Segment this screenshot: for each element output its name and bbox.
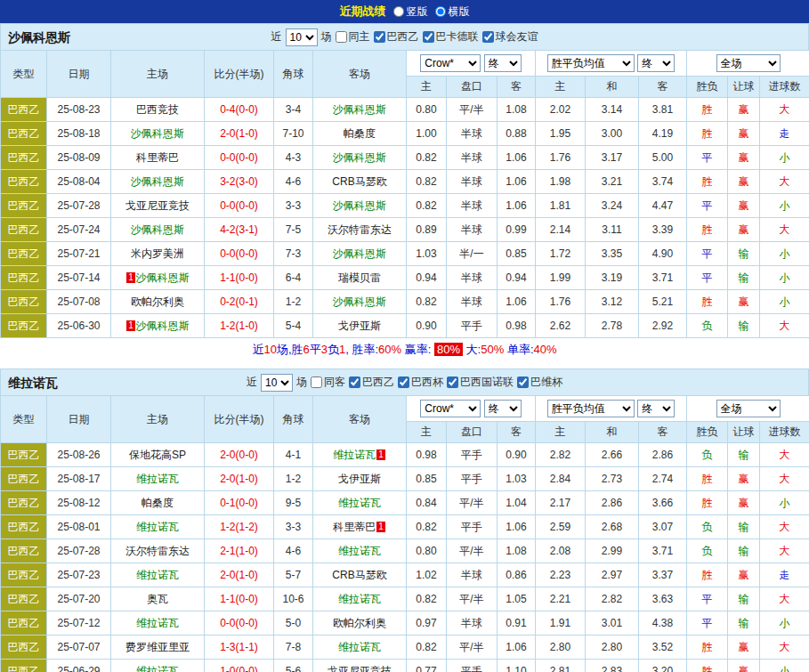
team-name-link[interactable]: 沙佩科恩斯 <box>136 320 190 332</box>
avg-draw-odds-cell: 2.66 <box>586 443 639 467</box>
asian-home-odds-cell: 1.03 <box>407 242 447 266</box>
odds-stage-select[interactable]: 终 <box>484 400 522 417</box>
team-name-link[interactable]: CRB马瑟欧 <box>332 175 386 188</box>
avg-stage-select[interactable]: 终 <box>637 54 675 72</box>
team-name-link[interactable]: 科里蒂巴 <box>333 521 376 533</box>
team-name-link[interactable]: 欧帕尔利奥 <box>131 296 184 308</box>
team-name-link[interactable]: 沙佩科恩斯 <box>136 271 190 284</box>
score-cell[interactable]: 1-3(1-1) <box>205 636 274 660</box>
score-cell[interactable]: 2-0(1-0) <box>205 467 274 491</box>
avg-stage-select[interactable]: 终 <box>637 400 675 417</box>
team-name-link[interactable]: 科里蒂巴 <box>136 151 179 164</box>
score-cell[interactable]: 4-2(3-1) <box>205 218 274 242</box>
league-filter[interactable]: 巴西乙 <box>349 375 394 390</box>
league-filter-checkbox[interactable] <box>517 376 529 388</box>
same-side-filter[interactable]: 同主 <box>336 29 370 45</box>
team-name-link[interactable]: 沙佩科恩斯 <box>131 223 184 236</box>
bookmaker-select[interactable]: Crow* <box>420 54 481 72</box>
team-name-link[interactable]: 维拉诺瓦 <box>338 593 381 605</box>
bookmaker-select[interactable]: Crow* <box>420 400 481 417</box>
team-name-link[interactable]: 维拉诺瓦 <box>338 641 381 653</box>
team-name-link[interactable]: 瑞模贝雷 <box>338 271 381 284</box>
score-cell[interactable]: 0-2(0-1) <box>205 290 274 314</box>
team-name-link[interactable]: 维拉诺瓦 <box>338 497 381 509</box>
vertical-layout-radio[interactable] <box>393 6 404 17</box>
same-side-filter-checkbox[interactable] <box>311 376 322 388</box>
recent-count-select[interactable]: 10 <box>286 28 318 46</box>
league-filter-checkbox[interactable] <box>423 31 434 43</box>
scope-select[interactable]: 全场 <box>716 54 781 72</box>
same-side-filter-checkbox[interactable] <box>336 31 347 43</box>
team-name-link[interactable]: 维拉诺瓦 <box>136 569 179 581</box>
horizontal-layout-radio[interactable] <box>435 6 446 17</box>
scope-select[interactable]: 全场 <box>716 400 781 417</box>
team-name-link[interactable]: 沃尔特雷东达 <box>125 545 190 557</box>
score-cell[interactable]: 1-0(0-0) <box>205 660 274 672</box>
avg-type-select[interactable]: 胜平负均值 <box>547 400 635 417</box>
layout-horizontal-option[interactable]: 横版 <box>435 4 470 20</box>
team-name-link[interactable]: 戈亚尼亚竞技 <box>125 199 190 212</box>
team-name-link[interactable]: 保地花高SP <box>129 449 186 461</box>
score-cell[interactable]: 2-0(0-0) <box>205 443 274 467</box>
league-filter[interactable]: 巴卡德联 <box>423 29 479 45</box>
match-row: 巴西乙25-07-12维拉诺瓦0-0(0-0)5-0欧帕尔利奥0.97半球0.9… <box>1 611 809 636</box>
team-name-link[interactable]: 沙佩科恩斯 <box>333 151 386 164</box>
team-name-link[interactable]: 戈伊亚斯 <box>338 473 381 485</box>
score-cell[interactable]: 0-0(0-0) <box>205 146 274 170</box>
layout-vertical-option[interactable]: 竖版 <box>393 4 428 20</box>
team-name-link[interactable]: 维拉诺瓦 <box>136 665 179 672</box>
team-name-link[interactable]: 帕桑度 <box>142 497 174 509</box>
league-filter-checkbox[interactable] <box>447 376 458 388</box>
team-name-link[interactable]: 费罗维亚里亚 <box>125 641 190 653</box>
team-name-link[interactable]: 巴西竞技 <box>136 103 179 116</box>
league-filter[interactable]: 巴西国诺联 <box>447 375 514 390</box>
score-cell[interactable]: 1-2(1-2) <box>205 515 274 539</box>
score-cell[interactable]: 1-1(0-0) <box>205 587 274 611</box>
score-cell[interactable]: 2-1(1-0) <box>205 539 274 563</box>
filters-bar: 近10场同客巴西乙巴西杯巴西国诺联巴维杯 <box>1 369 808 395</box>
same-side-filter[interactable]: 同客 <box>311 375 345 390</box>
team-name-link[interactable]: 维拉诺瓦 <box>136 617 179 629</box>
team-name-link[interactable]: 沙佩科恩斯 <box>131 127 184 140</box>
team-name-link[interactable]: 沙佩科恩斯 <box>333 199 386 212</box>
score-cell[interactable]: 3-2(3-0) <box>205 170 274 194</box>
score-cell[interactable]: 0-0(0-0) <box>205 611 274 636</box>
date-cell: 25-08-17 <box>47 467 111 491</box>
team-name-link[interactable]: 维拉诺瓦 <box>333 449 376 461</box>
team-name-link[interactable]: 米内罗美洲 <box>131 247 184 260</box>
score-cell[interactable]: 1-1(0-0) <box>205 266 274 290</box>
recent-count-select[interactable]: 10 <box>261 374 293 392</box>
team-name-link[interactable]: 沙佩科恩斯 <box>131 175 184 188</box>
team-name-link[interactable]: 奥瓦 <box>147 593 168 605</box>
score-cell[interactable]: 0-0(0-0) <box>205 242 274 266</box>
league-filter[interactable]: 巴西杯 <box>398 375 443 390</box>
result-cell: 胜 <box>687 218 728 242</box>
odds-stage-select[interactable]: 终 <box>484 54 522 72</box>
score-cell[interactable]: 2-0(1-0) <box>205 563 274 587</box>
team-name-link[interactable]: CRB马瑟欧 <box>332 569 386 581</box>
score-cell[interactable]: 0-4(0-0) <box>205 98 274 122</box>
league-filter-checkbox[interactable] <box>482 31 494 43</box>
team-name-link[interactable]: 沙佩科恩斯 <box>333 247 386 260</box>
league-filter[interactable]: 球会友谊 <box>482 29 538 45</box>
team-name-link[interactable]: 帕桑度 <box>344 127 376 140</box>
team-name-link[interactable]: 沙佩科恩斯 <box>333 296 386 308</box>
team-name-link[interactable]: 维拉诺瓦 <box>136 473 179 485</box>
team-name-link[interactable]: 维拉诺瓦 <box>338 545 381 557</box>
team-name-link[interactable]: 沙佩科恩斯 <box>333 103 386 116</box>
league-filter-checkbox[interactable] <box>374 31 385 43</box>
league-filter-checkbox[interactable] <box>349 376 360 388</box>
score-cell[interactable]: 1-2(1-0) <box>205 314 274 338</box>
score-cell[interactable]: 2-0(1-0) <box>205 122 274 146</box>
team-name-link[interactable]: 欧帕尔利奥 <box>333 617 386 629</box>
league-filter[interactable]: 巴维杯 <box>517 375 562 390</box>
team-name-link[interactable]: 沃尔特雷东达 <box>328 223 392 236</box>
score-cell[interactable]: 0-1(0-0) <box>205 491 274 515</box>
team-name-link[interactable]: 戈亚尼亚竞技 <box>328 665 392 672</box>
team-name-link[interactable]: 戈伊亚斯 <box>338 320 381 332</box>
score-cell[interactable]: 0-0(0-0) <box>205 194 274 218</box>
league-filter[interactable]: 巴西乙 <box>374 29 419 45</box>
league-filter-checkbox[interactable] <box>398 376 409 388</box>
team-name-link[interactable]: 维拉诺瓦 <box>136 521 179 533</box>
avg-type-select[interactable]: 胜平负均值 <box>547 54 635 72</box>
